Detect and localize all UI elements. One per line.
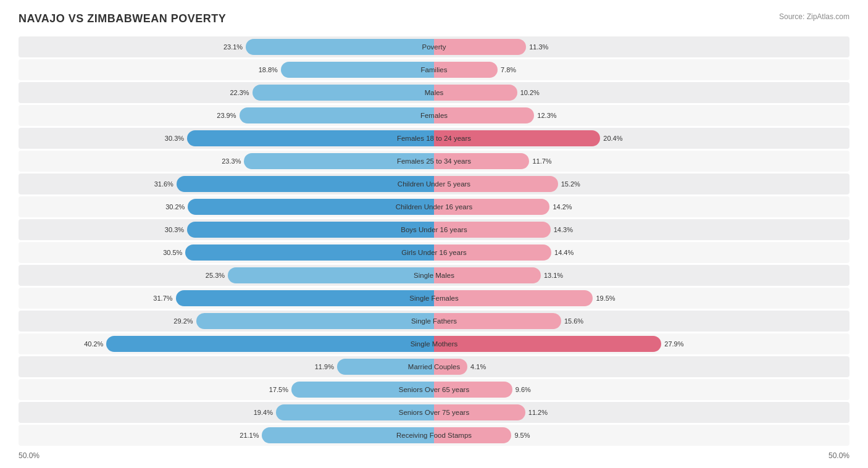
axis-right-label: 50.0% [828,451,849,460]
chart-row: 30.5% Girls Under 16 years 14.4% [19,242,849,263]
bar-left [185,244,434,261]
chart-row: 30.3% Boys Under 16 years 14.3% [19,219,849,240]
value-left: 21.1% [240,432,259,439]
bar-left [176,290,434,306]
chart-row: 23.1% Poverty 11.3% [19,36,849,57]
bar-right [434,267,541,283]
value-left: 23.1% [223,43,243,51]
value-left: 29.2% [173,317,193,325]
bar-left [177,176,434,192]
value-right: 14.3% [554,226,573,233]
chart-row: 29.2% Single Fathers 15.6% [19,311,849,332]
chart-row: 40.2% Single Mothers 27.9% [19,333,849,354]
value-left: 40.2% [84,340,103,348]
value-left: 31.6% [154,180,173,188]
chart-row: 22.3% Males 10.2% [19,82,849,103]
bar-left [281,62,434,78]
value-right: 9.5% [514,432,530,439]
bar-right [434,427,511,443]
bar-right [434,313,561,329]
chart-header: NAVAJO VS ZIMBABWEAN POVERTY Source: Zip… [19,12,849,25]
chart-row: 31.6% Children Under 5 years 15.2% [19,173,849,194]
chart-container: NAVAJO VS ZIMBABWEAN POVERTY Source: Zip… [19,12,849,468]
value-left: 30.3% [165,135,184,142]
value-left: 23.3% [222,157,241,165]
bar-right [434,176,558,192]
chart-row: 25.3% Single Males 13.1% [19,265,849,286]
value-right: 9.6% [515,386,531,393]
bar-right [434,107,534,123]
bar-right [434,222,551,238]
bar-right [434,244,551,261]
bar-right [434,62,498,78]
value-right: 12.3% [537,112,556,119]
chart-row: 17.5% Seniors Over 65 years 9.6% [19,379,849,400]
chart-row: 19.4% Seniors Over 75 years 11.2% [19,402,849,423]
value-right: 15.2% [561,180,580,188]
value-right: 11.7% [532,157,551,165]
bar-left [291,382,434,398]
chart-row: 18.8% Families 7.8% [19,59,849,80]
value-left: 19.4% [254,409,273,416]
value-right: 14.4% [554,249,574,256]
bar-right [434,336,661,352]
chart-title: NAVAJO VS ZIMBABWEAN POVERTY [19,12,226,25]
value-left: 30.2% [165,203,185,211]
bar-right [434,199,549,215]
value-left: 18.8% [259,66,278,73]
bar-left [196,313,434,329]
bar-left [228,267,434,283]
bar-right [434,290,593,306]
value-right: 15.6% [564,317,583,325]
chart-row: 31.7% Single Females 19.5% [19,288,849,309]
value-right: 19.5% [596,295,615,302]
value-right: 4.1% [470,363,486,370]
value-left: 25.3% [206,272,225,279]
bar-left [252,85,434,101]
bar-left [240,107,434,123]
value-right: 11.3% [529,43,548,51]
chart-row: 23.3% Females 25 to 34 years 11.7% [19,151,849,172]
bar-left [337,359,434,375]
chart-row: 11.9% Married Couples 4.1% [19,356,849,377]
bar-left [276,404,434,420]
bar-right [434,85,517,101]
chart-row: 23.9% Females 12.3% [19,105,849,126]
bar-left [187,130,434,146]
bar-right [434,404,525,420]
bar-right [434,382,512,398]
bar-left [106,336,434,352]
value-right: 14.2% [553,203,572,211]
chart-row: 30.2% Children Under 16 years 14.2% [19,196,849,217]
bar-left [187,222,434,238]
value-right: 7.8% [501,66,516,73]
value-left: 17.5% [269,386,288,393]
value-right: 11.2% [528,409,548,416]
value-right: 27.9% [664,340,683,348]
value-right: 13.1% [544,272,563,279]
chart-source: Source: ZipAtlas.com [779,12,849,21]
bar-right [434,130,600,146]
value-left: 23.9% [217,112,236,119]
bar-left [188,199,434,215]
bar-left [244,153,434,169]
value-left: 30.5% [163,249,182,256]
bar-left [246,39,434,55]
chart-row: 30.3% Females 18 to 24 years 20.4% [19,128,849,149]
value-right: 20.4% [603,135,622,142]
value-left: 30.3% [165,226,184,233]
value-left: 22.3% [230,89,249,96]
value-left: 31.7% [153,295,172,302]
value-right: 10.2% [520,89,540,96]
chart-rows: 23.1% Poverty 11.3% 18.8% Families 7.8% … [19,36,849,448]
bar-right [434,39,526,55]
bar-left [262,427,434,443]
axis-left-label: 50.0% [19,451,40,460]
bar-right [434,153,529,169]
axis-labels: 50.0% 50.0% [19,451,849,460]
bar-right [434,359,467,375]
value-left: 11.9% [315,363,334,370]
chart-row: 21.1% Receiving Food Stamps 9.5% [19,425,849,446]
